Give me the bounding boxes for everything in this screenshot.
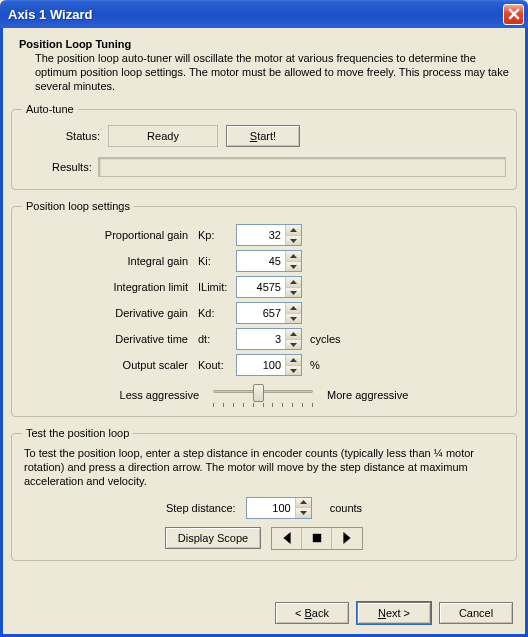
stop-icon (311, 532, 323, 544)
param-row: Integration limitILimit: (22, 276, 506, 298)
test-group: Test the position loop To test the posit… (11, 427, 517, 560)
cancel-button[interactable]: Cancel (439, 602, 513, 624)
param-label: Proportional gain (22, 229, 198, 241)
settings-group: Position loop settings Proportional gain… (11, 200, 517, 417)
move-right-button[interactable] (332, 528, 362, 549)
aggressiveness-slider[interactable] (213, 384, 313, 406)
step-distance-label: Step distance: (166, 502, 236, 514)
param-spinner[interactable] (236, 224, 302, 246)
param-label: Integral gain (22, 255, 198, 267)
window-title: Axis 1 Wizard (8, 7, 503, 22)
spin-up-button[interactable] (296, 498, 311, 509)
start-button-tail: tart! (257, 130, 276, 142)
param-input[interactable] (237, 277, 285, 297)
spin-up-button[interactable] (286, 329, 301, 340)
start-button[interactable]: Start! (226, 125, 300, 147)
autotune-group: Auto-tune Status: Ready Start! Results: (11, 103, 517, 190)
status-box: Ready (108, 125, 218, 147)
spin-down-button[interactable] (286, 340, 301, 350)
motion-arrow-bar (271, 527, 363, 550)
wizard-footer: < Back Next > Cancel (275, 602, 513, 624)
param-row: Derivative timedt:cycles (22, 328, 506, 350)
param-input[interactable] (237, 329, 285, 349)
param-input[interactable] (237, 225, 285, 245)
param-symbol: Kp: (198, 229, 236, 241)
arrow-right-icon (341, 532, 353, 544)
slider-thumb[interactable] (253, 384, 264, 402)
page-intro: The position loop auto-tuner will oscill… (35, 52, 509, 93)
spin-down-button[interactable] (296, 508, 311, 518)
test-instructions: To test the position loop, enter a step … (24, 447, 504, 488)
status-value: Ready (147, 130, 179, 142)
client-area: Position Loop Tuning The position loop a… (0, 28, 528, 637)
param-spinner[interactable] (236, 354, 302, 376)
spin-up-button[interactable] (286, 251, 301, 262)
status-label: Status: (52, 130, 100, 142)
results-label: Results: (52, 161, 92, 173)
param-label: Integration limit (22, 281, 198, 293)
spin-up-button[interactable] (286, 303, 301, 314)
spin-up-button[interactable] (286, 225, 301, 236)
spin-up-button[interactable] (286, 277, 301, 288)
param-suffix: % (310, 359, 320, 371)
spin-down-button[interactable] (286, 262, 301, 272)
param-symbol: Kd: (198, 307, 236, 319)
param-input[interactable] (237, 355, 285, 375)
back-button[interactable]: < Back (275, 602, 349, 624)
param-spinner[interactable] (236, 328, 302, 350)
param-label: Output scaler (22, 359, 198, 371)
param-label: Derivative time (22, 333, 198, 345)
arrow-left-icon (281, 532, 293, 544)
titlebar: Axis 1 Wizard (0, 0, 528, 28)
move-left-button[interactable] (272, 528, 302, 549)
param-input[interactable] (237, 251, 285, 271)
param-symbol: dt: (198, 333, 236, 345)
step-distance-input[interactable] (247, 498, 295, 518)
spin-down-button[interactable] (286, 236, 301, 246)
results-box (98, 157, 506, 177)
param-spinner[interactable] (236, 276, 302, 298)
spin-down-button[interactable] (286, 314, 301, 324)
spin-up-button[interactable] (286, 355, 301, 366)
param-row: Output scalerKout:% (22, 354, 506, 376)
step-distance-suffix: counts (330, 502, 362, 514)
stop-button[interactable] (302, 528, 332, 549)
param-label: Derivative gain (22, 307, 198, 319)
autotune-legend: Auto-tune (22, 103, 78, 115)
close-button[interactable] (503, 4, 524, 25)
param-spinner[interactable] (236, 250, 302, 272)
param-row: Derivative gainKd: (22, 302, 506, 324)
next-button[interactable]: Next > (357, 602, 431, 624)
slider-less-label: Less aggressive (120, 389, 200, 401)
spin-down-button[interactable] (286, 366, 301, 376)
param-input[interactable] (237, 303, 285, 323)
param-symbol: Kout: (198, 359, 236, 371)
settings-legend: Position loop settings (22, 200, 134, 212)
slider-more-label: More aggressive (327, 389, 408, 401)
display-scope-button[interactable]: Display Scope (165, 527, 261, 549)
param-symbol: ILimit: (198, 281, 236, 293)
param-spinner[interactable] (236, 302, 302, 324)
test-legend: Test the position loop (22, 427, 133, 439)
param-row: Integral gainKi: (22, 250, 506, 272)
param-row: Proportional gainKp: (22, 224, 506, 246)
close-icon (508, 8, 520, 20)
spin-down-button[interactable] (286, 288, 301, 298)
page-title: Position Loop Tuning (19, 38, 517, 50)
svg-rect-0 (312, 534, 320, 542)
param-suffix: cycles (310, 333, 341, 345)
param-symbol: Ki: (198, 255, 236, 267)
step-distance-spinner[interactable] (246, 497, 312, 519)
